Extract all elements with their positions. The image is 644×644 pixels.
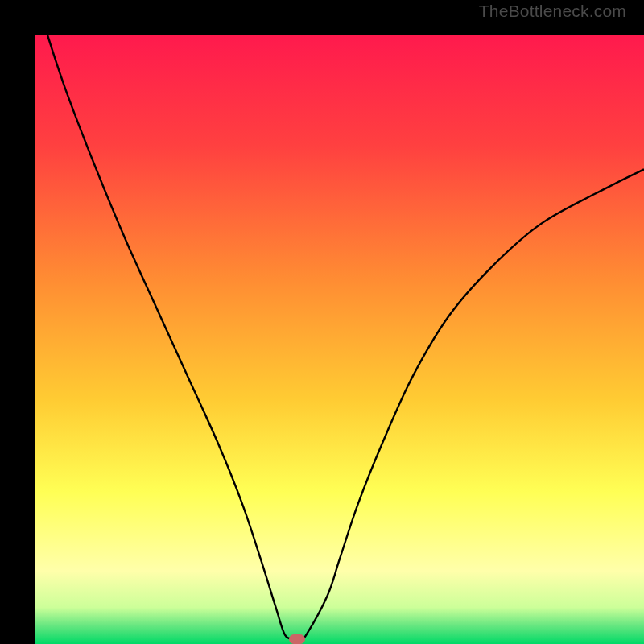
plot-area — [35, 35, 644, 644]
optimal-marker — [289, 634, 305, 644]
watermark-text: TheBottleneck.com — [479, 2, 626, 21]
bottleneck-curve — [47, 35, 644, 640]
chart-frame — [0, 0, 644, 644]
curve-layer — [35, 35, 644, 644]
